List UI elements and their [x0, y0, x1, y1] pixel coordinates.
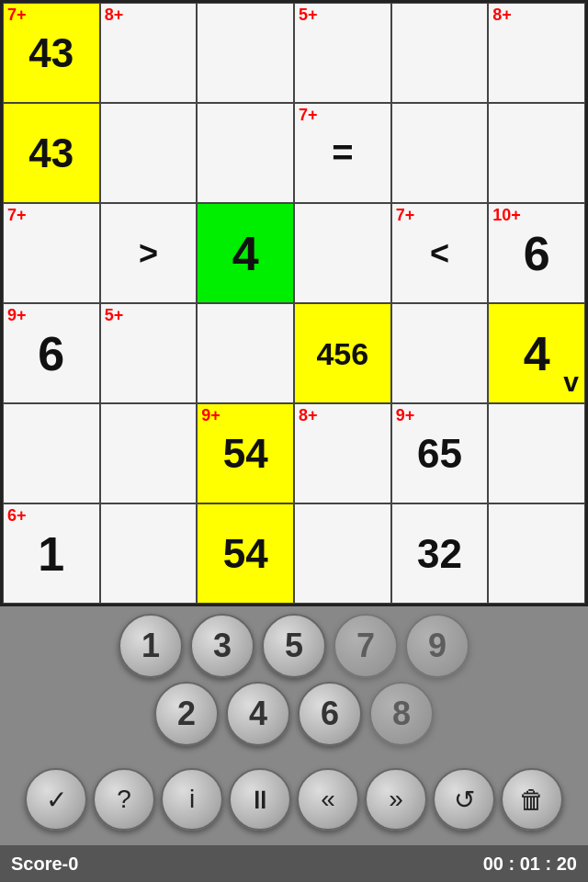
numpad-row-2: 2468: [154, 682, 434, 746]
cell-value: 4: [524, 330, 550, 378]
cell-value: 54: [223, 434, 268, 474]
cell-4-2[interactable]: 9+54: [197, 403, 294, 503]
cell-4-0[interactable]: [3, 403, 100, 503]
tool-btn-undo[interactable]: ↺: [433, 768, 495, 831]
cell-value: >: [139, 234, 158, 273]
cell-value: 456: [316, 338, 368, 369]
cell-value: 65: [417, 434, 462, 474]
num-btn-5[interactable]: 5: [262, 614, 326, 678]
tool-btn-check[interactable]: ✓: [25, 768, 87, 831]
cell-0-0[interactable]: 7+43: [3, 3, 100, 103]
cell-0-2[interactable]: [197, 3, 294, 103]
cell-2-0[interactable]: 7+: [3, 203, 100, 303]
score-display: Score-0: [11, 854, 78, 875]
cell-value: 54: [223, 534, 268, 574]
cell-5-0[interactable]: 6+1: [3, 503, 100, 604]
num-btn-1[interactable]: 1: [119, 614, 183, 678]
number-pad: 13579 2468: [0, 606, 588, 753]
cell-4-1[interactable]: [100, 403, 198, 503]
cell-3-0[interactable]: 9+6: [3, 303, 100, 403]
cell-value: 32: [417, 534, 462, 574]
num-btn-3[interactable]: 3: [190, 614, 254, 678]
cell-3-2[interactable]: [197, 303, 294, 403]
numpad-row-1: 13579: [119, 614, 469, 678]
cell-0-4[interactable]: [391, 3, 489, 103]
cell-value: 43: [28, 33, 74, 74]
cell-value: 6: [524, 230, 550, 277]
cell-3-3[interactable]: 456: [294, 303, 391, 403]
cell-clue: 9+: [396, 407, 415, 424]
cell-clue: 8+: [492, 6, 512, 23]
num-btn-2[interactable]: 2: [154, 682, 219, 746]
cell-2-5[interactable]: 10+6: [488, 203, 585, 303]
num-btn-7[interactable]: 7: [334, 614, 398, 678]
tool-btn-info[interactable]: i: [161, 768, 223, 831]
cell-2-2[interactable]: 4: [197, 203, 294, 303]
tool-btn-delete[interactable]: 🗑: [501, 768, 563, 831]
cell-1-5[interactable]: [488, 103, 585, 203]
cell-3-5[interactable]: 4v: [488, 303, 585, 403]
cell-1-1[interactable]: [100, 103, 198, 203]
cell-4-5[interactable]: [488, 403, 585, 503]
score-bar: Score-0 00 : 01 : 20: [0, 845, 588, 882]
cell-5-2[interactable]: 54: [197, 503, 294, 604]
cell-2-3[interactable]: [294, 203, 391, 303]
num-btn-6[interactable]: 6: [298, 682, 362, 746]
cell-value: 6: [38, 330, 64, 378]
cell-clue: 8+: [105, 6, 124, 23]
cell-clue: 7+: [299, 107, 318, 123]
toolbar: ✓?i⏸«»↺🗑: [0, 753, 588, 845]
cell-1-0[interactable]: 43: [3, 103, 100, 203]
num-btn-4[interactable]: 4: [226, 682, 290, 746]
cell-clue: 7+: [7, 6, 27, 23]
cell-3-1[interactable]: 5+: [100, 303, 198, 403]
cell-clue: 9+: [201, 407, 220, 424]
tool-btn-pause[interactable]: ⏸: [229, 768, 291, 831]
cell-clue: 7+: [396, 207, 415, 223]
cell-clue: 10+: [492, 207, 521, 223]
timer-display: 00 : 01 : 20: [483, 854, 577, 875]
cell-4-3[interactable]: 8+: [294, 403, 391, 503]
cell-value: 43: [28, 133, 74, 174]
tool-btn-help[interactable]: ?: [93, 768, 155, 831]
cell-clue: 6+: [7, 507, 27, 524]
cell-1-2[interactable]: [197, 103, 294, 203]
cell-4-4[interactable]: 9+65: [391, 403, 489, 503]
cell-5-5[interactable]: [488, 503, 585, 604]
tool-btn-rewind[interactable]: «: [297, 768, 359, 831]
cell-1-4[interactable]: [391, 103, 489, 203]
cell-constraint: v: [563, 367, 579, 398]
cell-clue: 8+: [299, 407, 318, 424]
cell-value: <: [430, 234, 449, 273]
cell-value: 1: [38, 530, 64, 578]
cell-5-1[interactable]: [100, 503, 198, 604]
cell-0-1[interactable]: 8+: [100, 3, 198, 103]
score-label: Score-: [11, 854, 68, 874]
cell-1-3[interactable]: 7+=: [294, 103, 391, 203]
cell-5-3[interactable]: [294, 503, 391, 604]
cell-clue: 7+: [7, 207, 27, 223]
cell-value: =: [332, 132, 353, 174]
cell-value: 4: [232, 230, 259, 277]
score-value: 0: [68, 854, 78, 874]
tool-btn-forward[interactable]: »: [365, 768, 427, 831]
cell-clue: 9+: [7, 307, 27, 323]
cell-clue: 5+: [105, 307, 124, 323]
cell-5-4[interactable]: 32: [391, 503, 489, 604]
sudoku-grid: 7+438+5+8+437+=7+>47+<10+69+65+4564v9+54…: [0, 0, 588, 606]
cell-3-4[interactable]: [391, 303, 489, 403]
cell-clue: 5+: [299, 6, 318, 23]
cell-0-3[interactable]: 5+: [294, 3, 391, 103]
cell-2-1[interactable]: >: [100, 203, 198, 303]
cell-0-5[interactable]: 8+: [488, 3, 585, 103]
num-btn-8[interactable]: 8: [369, 682, 434, 746]
cell-2-4[interactable]: 7+<: [391, 203, 489, 303]
num-btn-9[interactable]: 9: [405, 614, 469, 678]
